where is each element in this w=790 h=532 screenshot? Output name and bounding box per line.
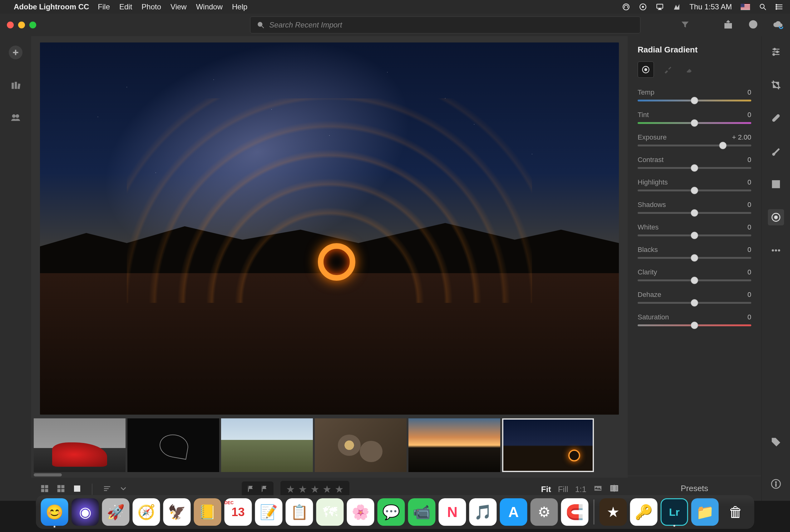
star-icon[interactable]: ★ [298, 483, 307, 495]
thumbnail[interactable] [221, 418, 313, 472]
compare-icon[interactable] [609, 483, 619, 495]
spotlight-icon[interactable] [759, 3, 767, 11]
menu-edit[interactable]: Edit [119, 2, 132, 11]
dock-safari-icon[interactable]: 🧭 [133, 498, 160, 526]
brush-icon[interactable] [768, 143, 784, 159]
square-grid-icon[interactable] [56, 484, 65, 495]
sort-icon[interactable] [102, 484, 112, 495]
airplay-icon[interactable] [656, 3, 664, 11]
healing-icon[interactable] [768, 110, 784, 126]
dock-downloads-icon[interactable]: 📁 [691, 498, 719, 526]
thumbnail[interactable] [34, 418, 126, 472]
sharing-icon[interactable] [9, 111, 22, 124]
radial-mask-icon[interactable] [638, 61, 654, 78]
zoom-fill[interactable]: Fill [558, 484, 568, 494]
dock-settings-icon[interactable]: ⚙ [530, 498, 558, 526]
dock-reminders-icon[interactable]: 📋 [286, 498, 313, 526]
zoom-1to1[interactable]: 1:1 [575, 484, 586, 494]
zoom-fit[interactable]: Fit [541, 484, 551, 494]
dock-lightroom-icon[interactable]: Lr [661, 498, 688, 526]
menu-photo[interactable]: Photo [142, 2, 161, 11]
dock-trash-icon[interactable]: 🗑 [722, 498, 749, 526]
dock-launchpad-icon[interactable]: 🚀 [102, 498, 130, 526]
menubar-clock[interactable]: Thu 1:53 AM [690, 2, 732, 11]
slider-contrast[interactable]: Contrast0 [638, 156, 751, 169]
dock-imovie-icon[interactable]: ★ [600, 498, 627, 526]
slider-saturation[interactable]: Saturation0 [638, 313, 751, 326]
show-original-icon[interactable] [593, 483, 603, 495]
menu-window[interactable]: Window [196, 2, 223, 11]
dock-appstore-icon[interactable]: A [500, 498, 527, 526]
zoom-button[interactable] [29, 21, 36, 28]
dock-1password-icon[interactable]: 🔑 [630, 498, 658, 526]
tag-icon[interactable] [768, 434, 784, 450]
dock-siri-icon[interactable]: ◉ [72, 498, 99, 526]
detail-view-icon[interactable] [72, 484, 82, 495]
dock-magnet-icon[interactable]: 🧲 [561, 498, 588, 526]
dock-notes-icon[interactable]: 📝 [255, 498, 283, 526]
dock-messages-icon[interactable]: 💬 [377, 498, 405, 526]
edit-sliders-icon[interactable] [768, 44, 784, 60]
dock-maps-icon[interactable]: 🗺 [316, 498, 344, 526]
close-button[interactable] [7, 21, 14, 28]
app-name[interactable]: Adobe Lightroom CC [14, 2, 89, 11]
my-photos-icon[interactable] [9, 78, 22, 92]
star-icon[interactable]: ★ [311, 483, 319, 495]
slider-shadows[interactable]: Shadows0 [638, 201, 751, 214]
linear-gradient-icon[interactable] [768, 176, 784, 192]
slider-value: 0 [748, 111, 751, 119]
crop-icon[interactable] [768, 77, 784, 93]
filter-icon[interactable] [680, 20, 690, 30]
search-input[interactable]: Search Recent Import [250, 17, 640, 33]
radial-gradient-icon[interactable] [768, 209, 784, 225]
dock-contacts-icon[interactable]: 📒 [194, 498, 221, 526]
slider-clarity[interactable]: Clarity0 [638, 268, 751, 281]
thumbnail[interactable] [315, 418, 407, 472]
brush-erase-icon[interactable] [681, 61, 698, 78]
brush-add-icon[interactable] [659, 61, 676, 78]
add-photos-button[interactable] [9, 45, 22, 59]
info-icon[interactable] [768, 476, 784, 492]
dock-mail-icon[interactable]: 🦅 [163, 498, 191, 526]
dock-itunes-icon[interactable]: 🎵 [469, 498, 497, 526]
menu-view[interactable]: View [170, 2, 187, 11]
dock-photos-icon[interactable]: 🌸 [347, 498, 374, 526]
star-icon[interactable]: ★ [286, 483, 295, 495]
share-icon[interactable] [723, 19, 733, 31]
slider-label: Highlights [638, 178, 668, 186]
dock-finder-icon[interactable]: 😊 [41, 498, 69, 526]
photo-grid-icon[interactable] [40, 484, 49, 495]
minimize-button[interactable] [18, 21, 25, 28]
sort-dropdown-icon[interactable] [119, 484, 128, 495]
status-circle-icon[interactable] [639, 3, 647, 11]
slider-highlights[interactable]: Highlights0 [638, 178, 751, 191]
slider-dehaze[interactable]: Dehaze0 [638, 291, 751, 304]
creative-cloud-icon[interactable] [622, 3, 630, 11]
more-icon[interactable] [768, 242, 784, 259]
filmstrip-scrollbar[interactable] [31, 473, 628, 478]
dock-calendar-icon[interactable]: DEC13 [225, 498, 252, 526]
menu-help[interactable]: Help [232, 2, 247, 11]
slider-whites[interactable]: Whites0 [638, 223, 751, 236]
slider-temp[interactable]: Temp0 [638, 88, 751, 101]
cloud-sync-icon[interactable] [773, 19, 783, 31]
slider-blacks[interactable]: Blacks0 [638, 246, 751, 259]
photo-canvas[interactable] [40, 42, 619, 415]
dock-facetime-icon[interactable]: 📹 [408, 498, 436, 526]
dock-news-icon[interactable]: N [439, 498, 466, 526]
notification-center-icon[interactable] [776, 3, 784, 11]
star-icon[interactable]: ★ [323, 483, 332, 495]
thumbnail-selected[interactable] [502, 418, 594, 472]
input-source-flag[interactable] [741, 4, 750, 10]
menu-file[interactable]: File [98, 2, 110, 11]
slider-tint[interactable]: Tint0 [638, 111, 751, 124]
flag-reject-icon[interactable] [260, 484, 269, 495]
slider-exposure[interactable]: Exposure+ 2.00 [638, 133, 751, 147]
star-icon[interactable]: ★ [335, 483, 344, 495]
help-icon[interactable] [748, 19, 758, 31]
svg-rect-24 [45, 485, 48, 488]
thumbnail[interactable] [127, 418, 219, 472]
status-icon[interactable] [673, 3, 681, 11]
thumbnail[interactable] [409, 418, 500, 472]
flag-pick-icon[interactable] [246, 484, 256, 495]
